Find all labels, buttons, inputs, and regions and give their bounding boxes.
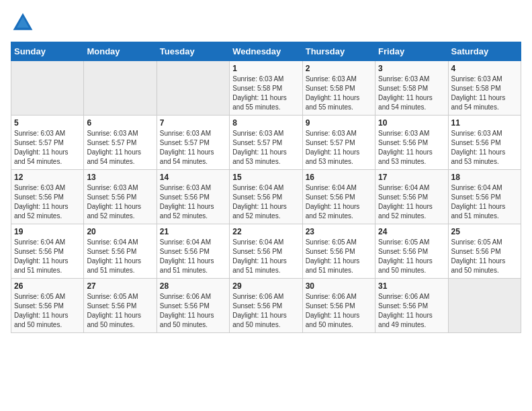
day-number: 6 <box>87 118 153 128</box>
calendar-cell: 26Sunrise: 6:05 AM Sunset: 5:56 PM Dayli… <box>11 279 84 333</box>
calendar-cell: 30Sunrise: 6:06 AM Sunset: 5:56 PM Dayli… <box>302 279 375 333</box>
day-number: 14 <box>160 173 226 182</box>
day-number: 29 <box>232 281 299 291</box>
day-info: Sunrise: 6:05 AM Sunset: 5:56 PM Dayligh… <box>378 238 445 275</box>
day-number: 4 <box>451 64 518 73</box>
day-number: 24 <box>378 227 445 236</box>
day-info: Sunrise: 6:03 AM Sunset: 5:58 PM Dayligh… <box>451 75 518 112</box>
day-number: 18 <box>451 173 518 182</box>
calendar-cell: 24Sunrise: 6:05 AM Sunset: 5:56 PM Dayli… <box>375 224 448 279</box>
day-number: 26 <box>14 281 81 291</box>
day-header-thursday: Thursday <box>302 42 375 61</box>
day-number: 7 <box>160 118 226 128</box>
day-info: Sunrise: 6:03 AM Sunset: 5:56 PM Dayligh… <box>378 129 445 167</box>
day-number: 30 <box>306 281 372 291</box>
day-header-sunday: Sunday <box>11 42 84 61</box>
calendar-cell: 13Sunrise: 6:03 AM Sunset: 5:56 PM Dayli… <box>84 170 157 224</box>
calendar-week-row: 26Sunrise: 6:05 AM Sunset: 5:56 PM Dayli… <box>11 279 521 333</box>
calendar-cell: 25Sunrise: 6:05 AM Sunset: 5:56 PM Dayli… <box>448 224 521 279</box>
day-number: 1 <box>232 64 299 73</box>
calendar-cell: 6Sunrise: 6:03 AM Sunset: 5:57 PM Daylig… <box>84 116 157 170</box>
calendar-cell: 5Sunrise: 6:03 AM Sunset: 5:57 PM Daylig… <box>11 116 84 170</box>
day-number: 5 <box>14 118 81 128</box>
day-number: 16 <box>306 173 372 182</box>
day-info: Sunrise: 6:04 AM Sunset: 5:56 PM Dayligh… <box>232 238 299 275</box>
calendar-cell: 27Sunrise: 6:05 AM Sunset: 5:56 PM Dayli… <box>84 279 157 333</box>
day-number: 11 <box>451 118 518 128</box>
calendar-cell: 11Sunrise: 6:03 AM Sunset: 5:56 PM Dayli… <box>448 116 521 170</box>
calendar-week-row: 1Sunrise: 6:03 AM Sunset: 5:58 PM Daylig… <box>11 61 521 116</box>
day-info: Sunrise: 6:06 AM Sunset: 5:56 PM Dayligh… <box>232 292 299 330</box>
day-number: 15 <box>232 173 299 182</box>
day-info: Sunrise: 6:04 AM Sunset: 5:56 PM Dayligh… <box>451 183 518 221</box>
calendar-cell: 12Sunrise: 6:03 AM Sunset: 5:56 PM Dayli… <box>11 170 84 224</box>
calendar-cell: 1Sunrise: 6:03 AM Sunset: 5:58 PM Daylig… <box>230 61 302 116</box>
day-info: Sunrise: 6:03 AM Sunset: 5:57 PM Dayligh… <box>14 129 81 167</box>
calendar-cell: 4Sunrise: 6:03 AM Sunset: 5:58 PM Daylig… <box>448 61 521 116</box>
day-number: 3 <box>378 64 445 73</box>
calendar-cell <box>448 279 521 333</box>
day-number: 10 <box>378 118 445 128</box>
calendar-cell: 8Sunrise: 6:03 AM Sunset: 5:57 PM Daylig… <box>230 116 302 170</box>
calendar-cell: 23Sunrise: 6:05 AM Sunset: 5:56 PM Dayli… <box>302 224 375 279</box>
day-info: Sunrise: 6:04 AM Sunset: 5:56 PM Dayligh… <box>232 183 299 221</box>
day-number: 8 <box>232 118 299 128</box>
calendar-cell: 29Sunrise: 6:06 AM Sunset: 5:56 PM Dayli… <box>230 279 302 333</box>
day-number: 2 <box>306 64 372 73</box>
calendar-cell: 21Sunrise: 6:04 AM Sunset: 5:56 PM Dayli… <box>157 224 229 279</box>
day-info: Sunrise: 6:05 AM Sunset: 5:56 PM Dayligh… <box>14 292 81 330</box>
day-info: Sunrise: 6:06 AM Sunset: 5:56 PM Dayligh… <box>160 292 226 330</box>
day-info: Sunrise: 6:03 AM Sunset: 5:56 PM Dayligh… <box>160 183 226 221</box>
day-number: 27 <box>87 281 153 291</box>
calendar-cell: 3Sunrise: 6:03 AM Sunset: 5:58 PM Daylig… <box>375 61 448 116</box>
calendar-cell: 18Sunrise: 6:04 AM Sunset: 5:56 PM Dayli… <box>448 170 521 224</box>
calendar-cell: 16Sunrise: 6:04 AM Sunset: 5:56 PM Dayli… <box>302 170 375 224</box>
day-info: Sunrise: 6:06 AM Sunset: 5:56 PM Dayligh… <box>378 292 445 330</box>
day-number: 31 <box>378 281 445 291</box>
calendar-cell: 17Sunrise: 6:04 AM Sunset: 5:56 PM Dayli… <box>375 170 448 224</box>
day-number: 25 <box>451 227 518 236</box>
calendar-cell <box>157 61 229 116</box>
day-info: Sunrise: 6:03 AM Sunset: 5:57 PM Dayligh… <box>306 129 372 167</box>
day-header-wednesday: Wednesday <box>230 42 302 61</box>
day-number: 28 <box>160 281 226 291</box>
day-number: 12 <box>14 173 81 182</box>
day-header-monday: Monday <box>84 42 157 61</box>
calendar-cell: 31Sunrise: 6:06 AM Sunset: 5:56 PM Dayli… <box>375 279 448 333</box>
day-number: 19 <box>14 227 81 236</box>
day-number: 23 <box>306 227 372 236</box>
day-number: 21 <box>160 227 226 236</box>
logo-icon <box>11 11 35 35</box>
day-number: 17 <box>378 173 445 182</box>
day-info: Sunrise: 6:03 AM Sunset: 5:56 PM Dayligh… <box>451 129 518 167</box>
day-info: Sunrise: 6:03 AM Sunset: 5:58 PM Dayligh… <box>378 75 445 112</box>
day-info: Sunrise: 6:04 AM Sunset: 5:56 PM Dayligh… <box>378 183 445 221</box>
calendar-week-row: 5Sunrise: 6:03 AM Sunset: 5:57 PM Daylig… <box>11 116 521 170</box>
calendar-cell <box>84 61 157 116</box>
day-info: Sunrise: 6:05 AM Sunset: 5:56 PM Dayligh… <box>87 292 153 330</box>
calendar-cell: 2Sunrise: 6:03 AM Sunset: 5:58 PM Daylig… <box>302 61 375 116</box>
calendar-week-row: 19Sunrise: 6:04 AM Sunset: 5:56 PM Dayli… <box>11 224 521 279</box>
day-info: Sunrise: 6:04 AM Sunset: 5:56 PM Dayligh… <box>306 183 372 221</box>
day-info: Sunrise: 6:03 AM Sunset: 5:57 PM Dayligh… <box>232 129 299 167</box>
calendar-cell: 14Sunrise: 6:03 AM Sunset: 5:56 PM Dayli… <box>157 170 229 224</box>
page-header <box>11 11 521 35</box>
day-info: Sunrise: 6:03 AM Sunset: 5:56 PM Dayligh… <box>14 183 81 221</box>
day-info: Sunrise: 6:05 AM Sunset: 5:56 PM Dayligh… <box>306 238 372 275</box>
day-info: Sunrise: 6:03 AM Sunset: 5:56 PM Dayligh… <box>87 183 153 221</box>
day-info: Sunrise: 6:03 AM Sunset: 5:57 PM Dayligh… <box>160 129 226 167</box>
day-info: Sunrise: 6:04 AM Sunset: 5:56 PM Dayligh… <box>160 238 226 275</box>
day-header-tuesday: Tuesday <box>157 42 229 61</box>
calendar-cell: 28Sunrise: 6:06 AM Sunset: 5:56 PM Dayli… <box>157 279 229 333</box>
calendar-cell: 19Sunrise: 6:04 AM Sunset: 5:56 PM Dayli… <box>11 224 84 279</box>
day-number: 13 <box>87 173 153 182</box>
calendar-header-row: SundayMondayTuesdayWednesdayThursdayFrid… <box>11 42 521 61</box>
calendar-cell: 15Sunrise: 6:04 AM Sunset: 5:56 PM Dayli… <box>230 170 302 224</box>
calendar-cell: 7Sunrise: 6:03 AM Sunset: 5:57 PM Daylig… <box>157 116 229 170</box>
calendar-cell: 20Sunrise: 6:04 AM Sunset: 5:56 PM Dayli… <box>84 224 157 279</box>
day-number: 22 <box>232 227 299 236</box>
day-header-friday: Friday <box>375 42 448 61</box>
day-info: Sunrise: 6:05 AM Sunset: 5:56 PM Dayligh… <box>451 238 518 275</box>
day-info: Sunrise: 6:04 AM Sunset: 5:56 PM Dayligh… <box>87 238 153 275</box>
calendar-cell: 10Sunrise: 6:03 AM Sunset: 5:56 PM Dayli… <box>375 116 448 170</box>
